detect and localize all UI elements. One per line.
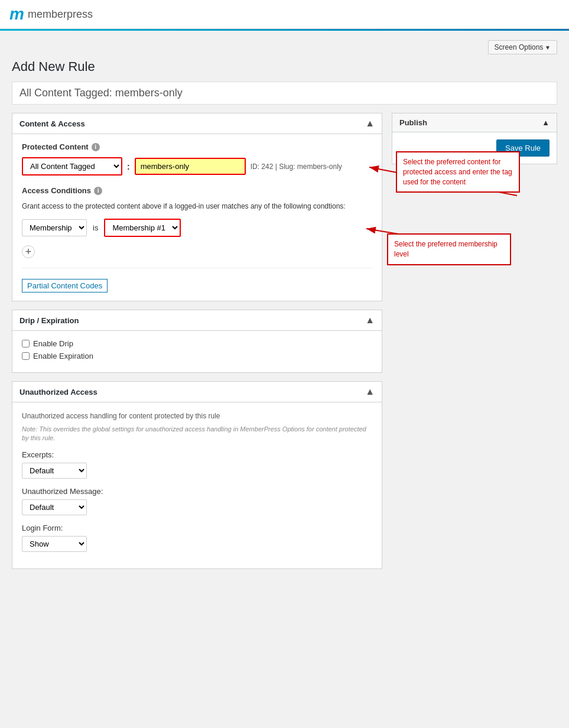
content-access-title: Content & Access [19, 119, 85, 128]
login-label: Login Form: [22, 524, 372, 532]
tag-input[interactable] [135, 158, 246, 175]
excerpts-select[interactable]: Default Show Hide [22, 463, 87, 479]
ua-description: Unauthorized access handling for content… [22, 411, 372, 421]
drip-expiration-toggle[interactable]: ▲ [365, 315, 375, 326]
logo-text: memberpress [28, 8, 93, 21]
partial-content-codes-link[interactable]: Partial Content Codes [22, 279, 108, 292]
add-condition-button[interactable]: + [22, 245, 35, 258]
protected-content-info-icon[interactable]: i [92, 143, 100, 151]
screen-options-button[interactable]: Screen Options [488, 40, 557, 54]
condition-row: Membership Username Capability is Member… [22, 219, 372, 237]
drip-expiration-panel: Drip / Expiration ▲ Enable Drip Enable E… [12, 310, 382, 373]
publish-toggle[interactable]: ▲ [542, 118, 550, 127]
membership-callout-box: Select the preferred membership level [387, 233, 511, 265]
enable-drip-label: Enable Drip [33, 339, 73, 348]
message-field: Unauthorized Message: Default Custom [22, 487, 372, 524]
login-select[interactable]: Show Hide [22, 536, 87, 552]
logo-icon: m [9, 5, 24, 24]
access-conditions-heading: Access Conditions [22, 186, 91, 195]
rule-title-input[interactable] [12, 82, 557, 105]
enable-expiration-row[interactable]: Enable Expiration [22, 352, 372, 360]
page-title: Add New Rule [12, 59, 557, 74]
enable-drip-checkbox[interactable] [22, 340, 30, 347]
login-form-field: Login Form: Show Hide [22, 524, 372, 560]
ua-note: Note: This overrides the global settings… [22, 425, 372, 443]
access-conditions-info-icon[interactable]: i [94, 187, 102, 195]
enable-drip-row[interactable]: Enable Drip [22, 339, 372, 348]
content-access-panel: Content & Access ▲ Protected Content i A… [12, 113, 382, 301]
enable-expiration-checkbox[interactable] [22, 352, 30, 360]
excerpts-label: Excerpts: [22, 450, 372, 459]
drip-expiration-title: Drip / Expiration [19, 316, 79, 325]
membership-level-select[interactable]: Membership #1 Membership #2 Membership #… [104, 219, 181, 237]
id-slug-text: ID: 242 | Slug: members-only [251, 162, 342, 171]
excerpts-field: Excerpts: Default Show Hide [22, 450, 372, 487]
unauthorized-access-toggle[interactable]: ▲ [365, 386, 375, 397]
access-conditions-desc: Grant access to the protected content ab… [22, 201, 372, 212]
protected-content-heading: Protected Content i [22, 142, 372, 151]
content-type-select[interactable]: All Content Tagged Single Post Single Pa… [22, 157, 122, 176]
protected-content-row: All Content Tagged Single Post Single Pa… [22, 157, 372, 176]
unauthorized-access-title: Unauthorized Access [19, 388, 97, 396]
publish-title: Publish [399, 118, 427, 127]
membership-type-select[interactable]: Membership Username Capability [22, 219, 87, 236]
is-label: is [93, 223, 98, 232]
enable-expiration-label: Enable Expiration [33, 352, 93, 360]
colon-separator: : [127, 162, 130, 171]
content-callout-box: Select the preferred content for protect… [396, 151, 520, 193]
unauthorized-access-panel: Unauthorized Access ▲ Unauthorized acces… [12, 381, 382, 569]
message-label: Unauthorized Message: [22, 487, 372, 496]
content-access-toggle[interactable]: ▲ [365, 118, 375, 129]
message-select[interactable]: Default Custom [22, 499, 87, 515]
